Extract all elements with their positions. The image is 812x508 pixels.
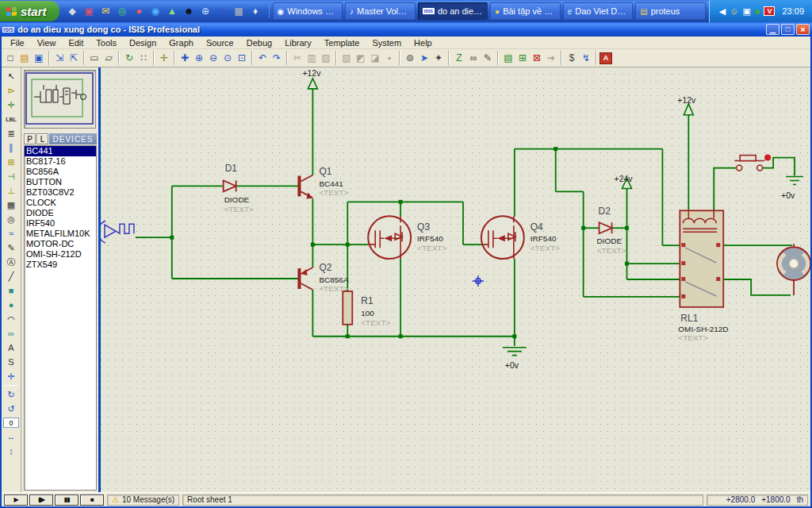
new-sheet-icon[interactable]: ⊞ bbox=[515, 51, 530, 66]
make-device-icon[interactable]: ➤ bbox=[417, 51, 431, 66]
copy-icon[interactable]: ▥ bbox=[304, 51, 319, 66]
taskbtn-windows-media[interactable]: ◉ Windows Me... bbox=[273, 2, 343, 20]
ql-settings-icon[interactable]: ♦ bbox=[249, 5, 262, 18]
rotate-ccw-icon[interactable]: ↺ bbox=[3, 402, 19, 416]
ql-person-icon[interactable]: ☻ bbox=[182, 5, 196, 18]
component-q1[interactable] bbox=[297, 175, 312, 198]
tape-recorder-mode-icon[interactable]: ◎ bbox=[3, 212, 19, 226]
terminal-mode-icon[interactable]: ⊣ bbox=[3, 169, 19, 183]
schematic-canvas[interactable]: +12v +12v +24v +0v +0v D1 DIODE <TEXT> Q… bbox=[98, 67, 810, 492]
zoom-all-icon[interactable]: ⊙ bbox=[220, 51, 235, 66]
save-design-icon[interactable]: ▣ bbox=[32, 51, 46, 66]
block-rotate-icon[interactable]: ◪ bbox=[368, 51, 382, 66]
pick-parts-icon[interactable]: ⊚ bbox=[403, 51, 417, 66]
menu-design[interactable]: Design bbox=[124, 37, 162, 48]
title-bar[interactable]: ISIS do an dieu xung dong co - ISIS Prof… bbox=[0, 22, 812, 37]
message-panel[interactable]: ⚠ 10 Message(s) bbox=[107, 495, 179, 506]
import-section-icon[interactable]: ⇲ bbox=[52, 51, 67, 66]
taskbtn-baitap[interactable]: ● Bài tập về Đ... bbox=[490, 2, 561, 20]
2d-text-mode-icon[interactable]: A bbox=[3, 341, 19, 355]
taskbtn-daoviet[interactable]: e Dao Viet Dun... bbox=[563, 2, 634, 20]
menu-edit[interactable]: Edit bbox=[63, 37, 89, 48]
component-q3[interactable] bbox=[368, 216, 411, 259]
device-pin-mode-icon[interactable]: ⊥ bbox=[3, 183, 19, 198]
tray-smiley-icon[interactable]: ☺ bbox=[730, 6, 738, 16]
device-item-metalfilm10k[interactable]: METALFILM10K bbox=[25, 229, 96, 239]
restore-button[interactable]: □ bbox=[781, 24, 795, 35]
new-design-icon[interactable]: □ bbox=[3, 51, 17, 66]
start-button[interactable]: start bbox=[0, 1, 59, 21]
subcircuit-mode-icon[interactable]: ⊞ bbox=[3, 155, 19, 169]
device-item-bc817[interactable]: BC817-16 bbox=[25, 156, 96, 167]
device-item-omi-sh-212d[interactable]: OMI-SH-212D bbox=[25, 249, 96, 260]
pan-icon[interactable]: ✚ bbox=[178, 51, 192, 66]
redraw-icon[interactable]: ↻ bbox=[122, 51, 136, 66]
component-q2[interactable] bbox=[297, 267, 312, 290]
pulse-generator[interactable] bbox=[101, 221, 134, 243]
rotation-angle-input[interactable] bbox=[3, 418, 19, 428]
block-delete-icon[interactable]: ▪ bbox=[382, 51, 396, 66]
2d-path-mode-icon[interactable]: ∞ bbox=[3, 326, 19, 341]
taskbtn-isis-active[interactable]: ISIS do an dieu xu... bbox=[418, 2, 488, 20]
minimize-button[interactable]: ▁ bbox=[766, 24, 779, 35]
print-icon[interactable]: ▭ bbox=[87, 51, 102, 66]
cut-icon[interactable]: ✂ bbox=[290, 51, 304, 66]
ql-app-icon[interactable]: ✦ bbox=[216, 5, 229, 18]
design-explorer-icon[interactable]: ▤ bbox=[501, 51, 515, 66]
taskbtn-master-volume[interactable]: ♪ Master Volume bbox=[345, 2, 416, 20]
tray-green-icon[interactable]: ■ bbox=[755, 6, 760, 16]
search-tag-icon[interactable]: ∞ bbox=[466, 51, 481, 66]
close-button[interactable]: × bbox=[796, 24, 810, 35]
zoom-in-icon[interactable]: ⊕ bbox=[192, 51, 206, 66]
2d-symbol-mode-icon[interactable]: S bbox=[3, 355, 19, 369]
taskbtn-proteus[interactable]: ▤ proteus bbox=[635, 2, 706, 20]
false-origin-icon[interactable]: ✛ bbox=[157, 51, 171, 66]
bus-mode-icon[interactable]: ∥ bbox=[3, 140, 19, 155]
ql-ie-icon[interactable]: ◉ bbox=[149, 5, 163, 18]
device-item-button[interactable]: BUTTON bbox=[25, 177, 96, 187]
current-probe-mode-icon[interactable]: Ⓐ bbox=[3, 255, 19, 269]
2d-box-mode-icon[interactable]: ■ bbox=[3, 283, 19, 298]
wire-label-mode-icon[interactable]: LBL bbox=[3, 112, 19, 126]
junction-dot-mode-icon[interactable]: ✛ bbox=[3, 98, 19, 112]
voltage-probe-mode-icon[interactable]: ✎ bbox=[3, 241, 19, 255]
device-item-bc441[interactable]: BC441 bbox=[25, 146, 96, 156]
netlist-to-ares-icon[interactable]: A bbox=[599, 52, 612, 64]
zoom-out-icon[interactable]: ⊖ bbox=[206, 51, 220, 66]
2d-line-mode-icon[interactable]: ╱ bbox=[3, 269, 19, 283]
property-assignment-icon[interactable]: ✎ bbox=[481, 51, 495, 66]
selection-mode-icon[interactable]: ↖ bbox=[3, 69, 19, 83]
marker-mode-icon[interactable]: ✛ bbox=[3, 369, 19, 383]
flip-horizontal-icon[interactable]: ↔ bbox=[3, 429, 19, 444]
goto-sheet-icon[interactable]: ➔ bbox=[544, 51, 558, 66]
component-mode-icon[interactable]: ⊳ bbox=[3, 83, 19, 98]
flip-vertical-icon[interactable]: ↕ bbox=[3, 444, 19, 458]
undo-icon[interactable]: ↶ bbox=[255, 51, 270, 66]
component-d2[interactable] bbox=[599, 222, 612, 233]
tray-antivirus-icon[interactable]: V bbox=[764, 6, 775, 16]
ql-player-icon[interactable]: ▲ bbox=[166, 5, 179, 18]
tray-arrow-icon[interactable]: ◀ bbox=[719, 6, 726, 17]
redo-icon[interactable]: ↷ bbox=[270, 51, 284, 66]
play-button[interactable]: ▶ bbox=[4, 495, 28, 506]
stop-button[interactable]: ■ bbox=[80, 495, 104, 506]
bill-of-materials-icon[interactable]: $ bbox=[565, 51, 579, 66]
pause-button[interactable]: ▮▮ bbox=[55, 495, 79, 506]
tray-display-icon[interactable]: ▣ bbox=[742, 6, 750, 17]
component-q4[interactable] bbox=[481, 216, 524, 259]
menu-template[interactable]: Template bbox=[319, 37, 366, 48]
rotate-cw-icon[interactable]: ↻ bbox=[3, 387, 19, 402]
mark-output-area-icon[interactable]: ▱ bbox=[102, 51, 116, 66]
pick-devices-button[interactable]: P bbox=[24, 133, 36, 144]
device-item-ztx549[interactable]: ZTX549 bbox=[25, 260, 96, 270]
device-item-bzt03c8v2[interactable]: BZT03C8V2 bbox=[25, 187, 96, 198]
2d-arc-mode-icon[interactable]: ◠ bbox=[3, 312, 19, 326]
device-item-clock[interactable]: CLOCK bbox=[25, 198, 96, 208]
block-move-icon[interactable]: ◩ bbox=[354, 51, 368, 66]
ql-gray-icon[interactable]: ▦ bbox=[232, 5, 246, 18]
menu-debug[interactable]: Debug bbox=[241, 37, 278, 48]
device-item-irf540[interactable]: IRF540 bbox=[25, 218, 96, 229]
ql-mail-icon[interactable]: ✉ bbox=[99, 5, 113, 18]
device-item-bc856a[interactable]: BC856A bbox=[25, 167, 96, 177]
menu-graph[interactable]: Graph bbox=[163, 37, 199, 48]
